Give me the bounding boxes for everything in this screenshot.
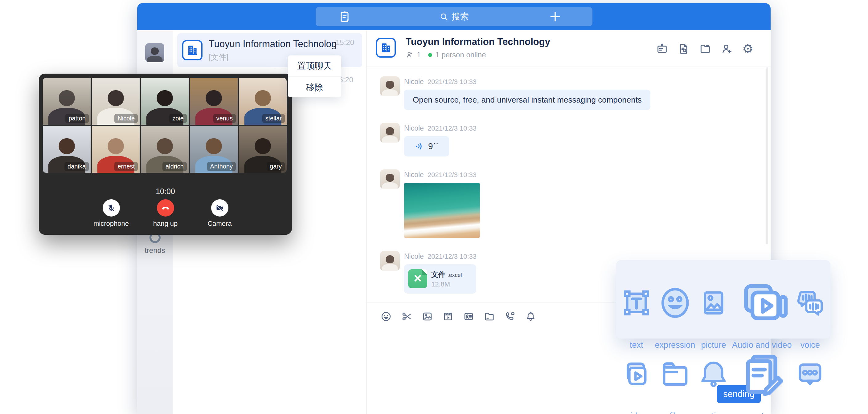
more-icon (792, 339, 829, 410)
camera-button[interactable]: Camera (202, 199, 237, 228)
chat-header: Tuoyun Information Technology 1 1 person… (367, 30, 771, 67)
attach-item-custom[interactable]: custom (732, 339, 792, 410)
message-timestamp: 2021/12/3 10:33 (428, 124, 476, 132)
image-message[interactable] (404, 183, 480, 238)
menu-item-pin-chat[interactable]: 置顶聊天 (288, 56, 341, 76)
attach-item-expression[interactable]: expression (655, 267, 695, 339)
participant-name: Anthony (207, 162, 236, 171)
message-image: Nicole2021/12/3 10:33 (380, 169, 771, 238)
voice-duration: 9`` (428, 141, 439, 151)
camera-off-icon (215, 203, 225, 213)
screenshot-icon[interactable] (401, 311, 412, 322)
file-name: 文件 (431, 270, 445, 279)
attach-item-text[interactable]: text (618, 267, 655, 339)
trends-label: trends (137, 246, 173, 255)
video-icon (618, 339, 655, 410)
attach-item-video[interactable]: video (618, 339, 655, 410)
mic-off-icon (106, 203, 116, 213)
participant-tile: stellar (239, 78, 287, 125)
sender-avatar[interactable] (380, 123, 400, 142)
picture-icon[interactable] (422, 311, 433, 322)
members-icon (406, 51, 414, 59)
search-placeholder: 搜索 (452, 11, 469, 23)
sender-name: Nicole (404, 252, 424, 260)
voice-message-bubble[interactable]: 9`` (404, 136, 449, 157)
attach-label: notice (695, 411, 732, 414)
message-timestamp: 2021/12/3 10:33 (428, 253, 476, 260)
online-status: 1 person online (435, 51, 486, 59)
top-bar: 搜索 (137, 3, 771, 30)
conversation-title: Tuoyun Information Technology (209, 38, 336, 50)
participant-name: zoie (169, 114, 187, 123)
attach-item-picture[interactable]: picture (695, 267, 732, 339)
call-icon[interactable] (504, 311, 516, 322)
participant-tile: danika (43, 126, 91, 173)
chat-record-icon[interactable] (678, 42, 690, 55)
attach-item-file[interactable]: file (655, 339, 695, 410)
participant-tile: Anthony (190, 126, 238, 173)
menu-item-remove[interactable]: 移除 (288, 76, 341, 97)
bell-icon (695, 339, 732, 410)
custom-icon (732, 339, 792, 410)
attach-item-voice[interactable]: voice (792, 267, 829, 339)
message-timestamp: 2021/12/3 10:33 (428, 171, 476, 179)
group-notice-icon[interactable] (656, 42, 668, 55)
scrollbar[interactable] (766, 67, 768, 244)
settings-icon[interactable]: ⚙ (742, 42, 753, 55)
attach-item-more[interactable]: more (792, 339, 829, 410)
participant-tile: patton (43, 78, 91, 125)
contact-card-icon[interactable] (463, 311, 474, 322)
picture-icon (695, 267, 732, 339)
participant-name: patton (65, 114, 89, 123)
participant-name: venus (213, 114, 236, 123)
attach-item-notice[interactable]: notice (695, 339, 732, 410)
chat-subtitle: 1 1 person online (406, 51, 486, 59)
video-icon[interactable] (442, 311, 454, 322)
add-member-icon[interactable] (721, 42, 733, 55)
microphone-button[interactable]: microphone (93, 199, 129, 228)
avatar-photo (145, 43, 164, 62)
participant-tile: zoie (141, 78, 189, 125)
sender-avatar[interactable] (380, 76, 400, 96)
screen: 搜索 trends (0, 0, 868, 414)
hang-up-label: hang up (148, 220, 183, 228)
search-bar[interactable]: 搜索 (316, 7, 592, 26)
nav-item-trends[interactable]: trends (137, 232, 173, 255)
folder-icon[interactable] (699, 42, 711, 55)
participant-grid: patton Nicole zoie venus stellar danika … (43, 78, 288, 173)
conversation-time: 15:20 (336, 38, 354, 47)
hang-up-button[interactable]: hang up (148, 199, 183, 228)
participant-tile: Nicole (92, 78, 140, 125)
voice-icon (792, 267, 829, 339)
message-bubble[interactable]: Open source, free, and universal instant… (404, 90, 650, 110)
excel-file-icon (408, 269, 427, 288)
participant-name: Nicole (114, 114, 138, 123)
video-call-overlay: patton Nicole zoie venus stellar danika … (39, 74, 292, 235)
notice-icon[interactable] (525, 311, 536, 322)
emoji-icon[interactable] (380, 311, 392, 322)
phone-down-icon (161, 203, 170, 213)
header-actions: ⚙ (656, 42, 753, 55)
my-avatar[interactable] (145, 43, 164, 62)
building-icon (182, 40, 203, 60)
participant-tile: venus (190, 78, 238, 125)
file-message[interactable]: 文件 .excel 12.8M (404, 264, 476, 293)
sender-avatar[interactable] (380, 169, 400, 189)
voice-wave-icon (414, 141, 425, 151)
member-count: 1 (417, 51, 421, 59)
attach-label: file (655, 411, 695, 414)
sender-name: Nicole (404, 124, 424, 132)
file-size: 12.8M (431, 280, 450, 288)
chat-title: Tuoyun Information Technology (406, 36, 550, 47)
file-icon[interactable] (484, 311, 495, 322)
microphone-label: microphone (93, 220, 129, 228)
message-text: Nicole2021/12/3 10:33 Open source, free,… (380, 76, 771, 110)
plus-icon[interactable] (548, 10, 562, 23)
call-timer: 10:00 (39, 187, 292, 196)
participant-name: aldrich (162, 162, 187, 171)
camera-label: Camera (202, 220, 237, 228)
sender-avatar[interactable] (380, 251, 400, 271)
folder-icon (655, 339, 695, 410)
attach-item-audio-video[interactable]: Audio and video (732, 267, 792, 339)
audio-video-icon (732, 267, 792, 339)
